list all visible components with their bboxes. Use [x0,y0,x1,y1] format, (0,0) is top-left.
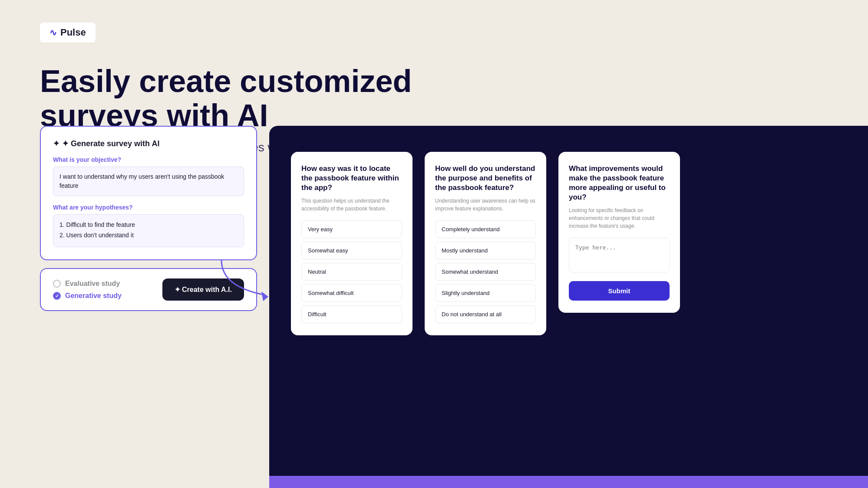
evaluative-label: Evaluative study [65,280,120,288]
dark-panel: How easy was it to locate the passbook f… [269,126,868,488]
survey-q1-desc: This question helps us understand the ac… [301,197,402,213]
radio-filled-icon [53,292,61,300]
generative-label: Generative study [65,292,122,300]
survey-q1-option-4[interactable]: Somewhat difficult [301,284,402,302]
hypotheses-label: What are your hypotheses? [53,204,244,211]
arrow-connector [208,252,278,304]
hypotheses-value[interactable]: 1. Difficult to find the feature 2. User… [53,214,244,247]
survey-q2-option-4[interactable]: Slightly understand [435,284,536,302]
survey-q2-option-3[interactable]: Somewhat understand [435,263,536,281]
objective-value[interactable]: I want to understand why my users aren't… [53,167,244,196]
radio-empty-icon [53,280,61,288]
survey-q3-desc: Looking for specific feedback on enhance… [569,206,670,230]
survey-q2-option-2[interactable]: Mostly understand [435,242,536,259]
purple-bar [269,476,868,488]
survey-q1-option-1[interactable]: Very easy [301,220,402,238]
logo-text: Pulse [60,27,86,38]
survey-card-3: What improvements would make the passboo… [558,152,680,313]
survey-q1-option-5[interactable]: Difficult [301,305,402,323]
survey-q1-option-3[interactable]: Neutral [301,263,402,281]
survey-q3-title: What improvements would make the passboo… [569,164,670,202]
evaluative-study-option[interactable]: Evaluative study [53,280,122,288]
sparkle-icon: ✦ [53,139,59,148]
submit-button[interactable]: Submit [569,281,670,301]
survey-q2-desc: Understanding user awareness can help us… [435,197,536,213]
study-options: Evaluative study Generative study [53,280,122,300]
generate-title-text: ✦ Generate survey with AI [62,139,159,148]
survey-q1-option-2[interactable]: Somewhat easy [301,242,402,259]
survey-q2-title: How well do you understand the purpose a… [435,164,536,193]
svg-marker-0 [261,291,268,301]
generative-study-option[interactable]: Generative study [53,292,122,300]
generate-title: ✦ ✦ Generate survey with AI [53,139,244,148]
pulse-icon: ∿ [50,27,57,38]
feedback-textarea[interactable] [569,238,670,272]
hero-title: Easily create customized surveys with AI [40,64,518,133]
logo: ∿ Pulse [40,23,96,43]
survey-q2-option-1[interactable]: Completely understand [435,220,536,238]
survey-q1-title: How easy was it to locate the passbook f… [301,164,402,193]
objective-label: What is your objective? [53,156,244,163]
survey-card-1: How easy was it to locate the passbook f… [291,152,413,335]
survey-card-2: How well do you understand the purpose a… [425,152,546,335]
survey-q2-option-5[interactable]: Do not understand at all [435,305,536,323]
generate-card: ✦ ✦ Generate survey with AI What is your… [40,126,257,260]
